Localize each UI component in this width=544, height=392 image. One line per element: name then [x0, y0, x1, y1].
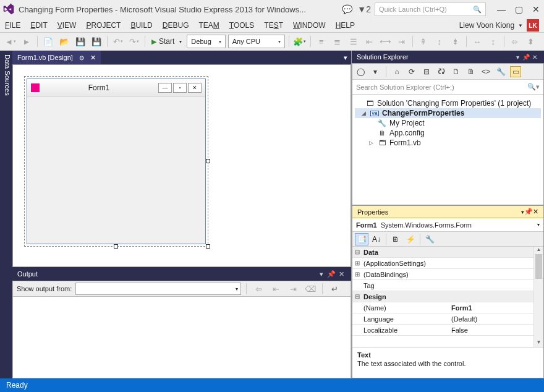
document-tab-form1[interactable]: Form1.vb [Design] ⊖ ✕ [12, 51, 101, 64]
panel-pin-icon[interactable]: 📌 [326, 270, 336, 278]
align-center-icon[interactable]: ⟷ [379, 35, 393, 48]
align-3-icon[interactable]: ☰ [347, 35, 360, 48]
menu-edit[interactable]: EDIT [30, 21, 47, 30]
quick-launch-input[interactable]: Quick Launch (Ctrl+Q) 🔍 [375, 2, 486, 16]
se-close-icon[interactable]: ✕ [530, 54, 539, 61]
menu-tools[interactable]: TOOLS [229, 21, 254, 30]
vspace-icon[interactable]: ↕ [487, 35, 500, 48]
feedback-icon[interactable]: 💬 [342, 4, 352, 14]
size-height-icon[interactable]: ⬍ [524, 35, 538, 48]
tree-solution[interactable]: 🗔 Solution 'Changing Form Properties' (1… [355, 98, 541, 108]
align-top-icon[interactable]: ⇞ [417, 35, 430, 48]
menu-view[interactable]: VIEW [57, 21, 77, 30]
property-grid[interactable]: ⊟Data ⊞(ApplicationSettings) ⊞(DataBindi… [352, 247, 543, 347]
menu-bar: FILE EDIT VIEW PROJECT BUILD DEBUG TEAM … [0, 19, 544, 32]
menu-file[interactable]: FILE [5, 21, 20, 30]
status-bar: Ready [0, 378, 544, 392]
menu-project[interactable]: PROJECT [86, 21, 121, 30]
se-back-icon[interactable]: ◯ [355, 66, 366, 77]
se-fwd-icon[interactable]: ▾ [370, 66, 381, 77]
align-middle-icon[interactable]: ↕ [433, 35, 446, 48]
se-home-icon[interactable]: ⌂ [391, 66, 402, 77]
tree-project[interactable]: ◢ VB ChangeFormProperties [355, 108, 541, 118]
se-properties-icon[interactable]: 🔧 [495, 66, 506, 77]
resize-handle-bottom[interactable] [114, 244, 118, 249]
form-max-button: ▫ [173, 83, 187, 93]
user-name[interactable]: Liew Voon Kiong [459, 21, 514, 30]
notifications-icon[interactable]: ▼2 [357, 4, 371, 14]
menu-build[interactable]: BUILD [130, 21, 152, 30]
output-goto-icon[interactable]: ⇦ [252, 282, 265, 296]
menu-team[interactable]: TEAM [198, 21, 219, 30]
se-refresh-icon[interactable]: 🗘 [436, 66, 447, 77]
props-categorized-icon[interactable]: 📑 [355, 233, 368, 245]
form-title-text: Form1 [43, 83, 155, 92]
panel-close-icon[interactable]: ✕ [336, 270, 346, 278]
tree-form1[interactable]: ▷🗔 Form1.vb [355, 138, 541, 148]
props-props-icon[interactable]: 🗎 [389, 233, 402, 245]
output-prev-icon[interactable]: ⇤ [269, 282, 283, 296]
align-bottom-icon[interactable]: ⇟ [449, 35, 462, 48]
props-scrollbar[interactable]: ▲▼ [533, 247, 543, 347]
start-debug-button[interactable]: ▶Start▾ [149, 37, 184, 46]
config-dropdown[interactable]: Debug▾ [187, 35, 225, 48]
resize-handle-right[interactable] [206, 159, 210, 163]
data-sources-tab[interactable]: Data Sources [0, 51, 12, 378]
se-sync-icon[interactable]: ⟳ [406, 66, 417, 77]
platform-dropdown[interactable]: Any CPU▾ [228, 35, 285, 48]
props-object-selector[interactable]: Form1 System.Windows.Forms.Form ▾ [352, 218, 543, 232]
maximize-button[interactable]: ▢ [513, 4, 524, 14]
resize-handle-corner[interactable] [206, 244, 210, 249]
tabs-overflow-icon[interactable]: ▾ [340, 51, 351, 64]
panel-dropdown-icon[interactable]: ▾ [317, 270, 326, 278]
tree-my-project[interactable]: 🔧 My Project [355, 118, 541, 128]
se-dropdown-icon[interactable]: ▾ [513, 54, 522, 61]
menu-help[interactable]: HELP [336, 21, 355, 30]
props-pages-icon[interactable]: 🔧 [423, 233, 436, 245]
tab-pin-icon[interactable]: ⊖ [79, 54, 84, 61]
tree-app-config[interactable]: 🗎 App.config [355, 128, 541, 138]
extensions-icon[interactable]: 🧩▾ [293, 35, 307, 48]
align-left-icon[interactable]: ⇤ [363, 35, 376, 48]
nav-fwd-button[interactable]: ► [20, 35, 33, 48]
hspace-icon[interactable]: ↔ [470, 35, 484, 48]
se-preview-icon[interactable]: 🗎 [465, 66, 477, 77]
save-icon[interactable]: 💾 [74, 35, 87, 48]
se-collapse-icon[interactable]: ⊟ [421, 66, 432, 77]
menu-test[interactable]: TEST [264, 21, 283, 30]
nav-back-button[interactable]: ◄▾ [4, 35, 17, 48]
form-designer-surface[interactable]: Form1 — ▫ ✕ [12, 64, 351, 267]
menu-window[interactable]: WINDOW [293, 21, 326, 30]
output-text-area[interactable] [12, 297, 351, 378]
save-all-icon[interactable]: 💾 [90, 35, 103, 48]
props-events-icon[interactable]: ⚡ [404, 233, 417, 245]
props-pin-icon[interactable]: 📌 [524, 208, 533, 216]
se-search-input[interactable]: Search Solution Explorer (Ctrl+;) 🔍▾ [352, 80, 543, 95]
solution-tree[interactable]: 🗔 Solution 'Changing Form Properties' (1… [352, 95, 543, 205]
tab-close-icon[interactable]: ✕ [90, 54, 96, 62]
props-close-icon[interactable]: ✕ [533, 208, 538, 216]
se-pin-icon[interactable]: 📌 [522, 54, 530, 61]
minimize-button[interactable]: — [496, 4, 507, 14]
se-showall-icon[interactable]: 🗋 [451, 66, 462, 77]
redo-button[interactable]: ↷▾ [127, 35, 141, 48]
close-button[interactable]: ✕ [530, 4, 542, 14]
se-code-icon[interactable]: <> [480, 66, 491, 77]
design-form[interactable]: Form1 — ▫ ✕ [27, 79, 206, 244]
size-width-icon[interactable]: ⬄ [508, 35, 522, 48]
undo-button[interactable]: ↶▾ [111, 35, 125, 48]
menu-debug[interactable]: DEBUG [163, 21, 189, 30]
props-alpha-icon[interactable]: A↓ [370, 233, 383, 245]
output-clear-icon[interactable]: ⌫ [304, 282, 317, 296]
new-project-icon[interactable]: 📄 [41, 35, 55, 48]
output-wrap-icon[interactable]: ↵ [328, 282, 341, 296]
align-right-icon[interactable]: ⇥ [395, 35, 409, 48]
show-output-from-label: Show output from: [17, 285, 72, 292]
open-file-icon[interactable]: 📂 [57, 35, 71, 48]
align-2-icon[interactable]: ≣ [331, 35, 344, 48]
output-source-dropdown[interactable]: ▾ [75, 283, 241, 295]
se-properties-hl-icon[interactable]: ▭ [510, 66, 521, 77]
align-1-icon[interactable]: ≡ [315, 35, 328, 48]
output-next-icon[interactable]: ⇥ [286, 282, 300, 296]
user-badge[interactable]: LK [527, 19, 539, 32]
